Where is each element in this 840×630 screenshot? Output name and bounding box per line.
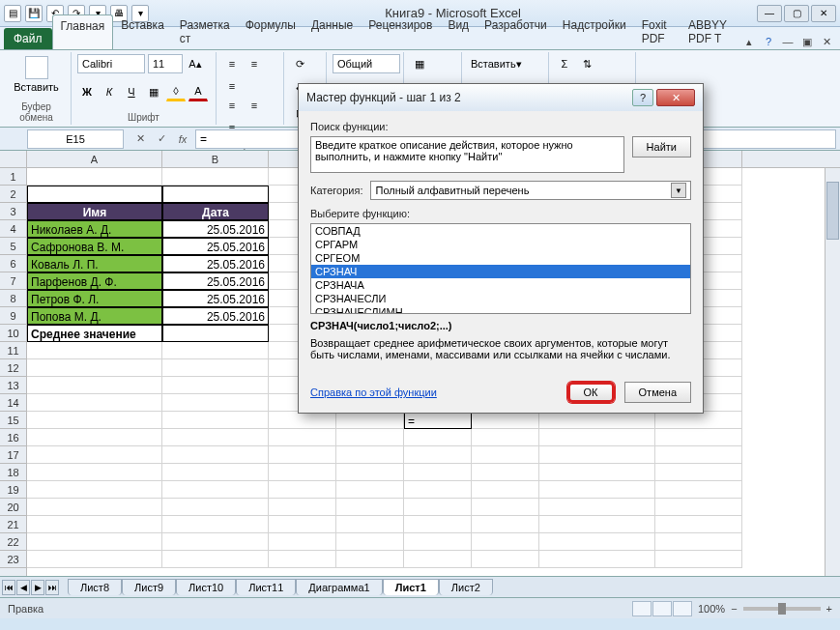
function-item[interactable]: СРЗНАЧЕСЛИМН: [311, 305, 690, 314]
header-name[interactable]: Имя: [27, 203, 162, 220]
chevron-down-icon[interactable]: ▼: [671, 183, 686, 198]
cell[interactable]: [472, 551, 539, 568]
doc-close-icon[interactable]: ✕: [819, 34, 834, 49]
row-header-10[interactable]: 10: [0, 325, 26, 342]
cell[interactable]: [539, 551, 655, 568]
cell[interactable]: [655, 412, 742, 429]
zoom-in-icon[interactable]: +: [826, 603, 832, 615]
cell[interactable]: [162, 429, 269, 446]
date-cell[interactable]: 25.05.2016: [162, 272, 269, 290]
cell[interactable]: [162, 499, 269, 516]
cell[interactable]: [655, 429, 742, 446]
row-header-6[interactable]: 6: [0, 255, 26, 272]
select-all-corner[interactable]: [0, 151, 26, 168]
row-header-17[interactable]: 17: [0, 446, 26, 464]
col-header-B[interactable]: B: [162, 151, 269, 167]
cell[interactable]: [539, 446, 655, 464]
file-tab[interactable]: Файл: [4, 28, 52, 49]
font-size-combo[interactable]: 11: [148, 54, 183, 73]
tab-nav-prev-icon[interactable]: ◀: [16, 580, 30, 595]
cell[interactable]: [472, 446, 539, 464]
date-cell[interactable]: 25.05.2016: [162, 238, 269, 255]
cell[interactable]: [472, 533, 539, 551]
sheet-tab-Лист2[interactable]: Лист2: [439, 579, 493, 595]
cell[interactable]: [404, 464, 472, 481]
function-item[interactable]: СРЗНАЧА: [311, 278, 690, 292]
cell[interactable]: [539, 499, 655, 516]
align-left-icon[interactable]: ≡: [222, 96, 242, 115]
zoom-slider[interactable]: [743, 607, 821, 611]
grow-font-icon[interactable]: A▴: [186, 54, 205, 73]
cell[interactable]: [472, 516, 539, 533]
cell[interactable]: [27, 412, 162, 429]
cell[interactable]: [655, 446, 742, 464]
name-cell[interactable]: Николаев А. Д.: [27, 220, 162, 238]
row-header-11[interactable]: 11: [0, 342, 26, 359]
dialog-close-icon[interactable]: ✕: [656, 89, 695, 106]
ribbon-tab-4[interactable]: Данные: [304, 14, 361, 49]
cell[interactable]: [336, 499, 404, 516]
cell[interactable]: [27, 186, 162, 203]
sheet-tab-Лист8[interactable]: Лист8: [68, 579, 122, 595]
font-name-combo[interactable]: Calibri: [77, 54, 145, 73]
cell[interactable]: [27, 533, 162, 551]
cell[interactable]: [404, 446, 472, 464]
function-item[interactable]: СОВПАД: [311, 224, 690, 238]
search-input[interactable]: Введите краткое описание действия, котор…: [310, 136, 624, 173]
font-color-button[interactable]: A: [188, 82, 208, 101]
cell[interactable]: [162, 342, 269, 359]
name-cell[interactable]: Коваль Л. П.: [27, 255, 162, 272]
cell[interactable]: [539, 412, 655, 429]
cell[interactable]: [269, 551, 336, 568]
function-item[interactable]: СРЗНАЧ: [311, 265, 690, 278]
row-header-7[interactable]: 7: [0, 272, 26, 290]
cell[interactable]: [27, 359, 162, 377]
minimize-button[interactable]: —: [757, 5, 782, 22]
row-header-8[interactable]: 8: [0, 290, 26, 307]
paste-button[interactable]: Вставить: [8, 54, 65, 95]
category-select[interactable]: Полный алфавитный перечень ▼: [370, 181, 691, 200]
cell[interactable]: [269, 499, 336, 516]
cell[interactable]: [27, 168, 162, 186]
fill-color-button[interactable]: ◊: [166, 82, 186, 101]
cancel-button[interactable]: Отмена: [624, 382, 691, 403]
editing-cell[interactable]: =: [404, 412, 472, 429]
name-cell[interactable]: Парфенов Д. Ф.: [27, 272, 162, 290]
cond-format-icon[interactable]: ▦: [410, 54, 429, 73]
cell[interactable]: [404, 516, 472, 533]
cell[interactable]: [269, 446, 336, 464]
cell[interactable]: [162, 533, 269, 551]
row-header-15[interactable]: 15: [0, 412, 26, 429]
cell[interactable]: [27, 446, 162, 464]
doc-minimize-icon[interactable]: —: [780, 34, 796, 49]
maximize-button[interactable]: ▢: [784, 5, 809, 22]
cell[interactable]: [162, 359, 269, 377]
col-header-A[interactable]: A: [27, 151, 162, 167]
align-center-icon[interactable]: ≡: [245, 96, 264, 115]
cell[interactable]: [336, 412, 404, 429]
cell[interactable]: [336, 446, 404, 464]
name-cell[interactable]: Петров Ф. Л.: [27, 290, 162, 307]
cell[interactable]: [539, 464, 655, 481]
name-cell[interactable]: Сафронова В. М.: [27, 238, 162, 255]
cell[interactable]: [472, 429, 539, 446]
orientation-icon[interactable]: ⟳: [290, 54, 309, 73]
border-button[interactable]: ▦: [144, 82, 163, 101]
align-mid-icon[interactable]: ≡: [245, 54, 264, 73]
row-header-22[interactable]: 22: [0, 533, 26, 551]
sheet-tab-Лист1[interactable]: Лист1: [383, 579, 439, 595]
normal-view-button[interactable]: [632, 601, 652, 616]
cell[interactable]: [27, 499, 162, 516]
italic-button[interactable]: К: [100, 82, 119, 101]
cell[interactable]: [655, 533, 742, 551]
cell[interactable]: [27, 516, 162, 533]
row-header-3[interactable]: 3: [0, 203, 26, 220]
date-cell[interactable]: 25.05.2016: [162, 290, 269, 307]
cell[interactable]: [162, 168, 269, 186]
cell[interactable]: [404, 499, 472, 516]
cell[interactable]: [269, 412, 336, 429]
align-top-icon[interactable]: ≡: [222, 54, 242, 73]
cell[interactable]: [404, 429, 472, 446]
insert-cells-button[interactable]: Вставить ▾: [468, 54, 525, 73]
row-header-18[interactable]: 18: [0, 464, 26, 481]
